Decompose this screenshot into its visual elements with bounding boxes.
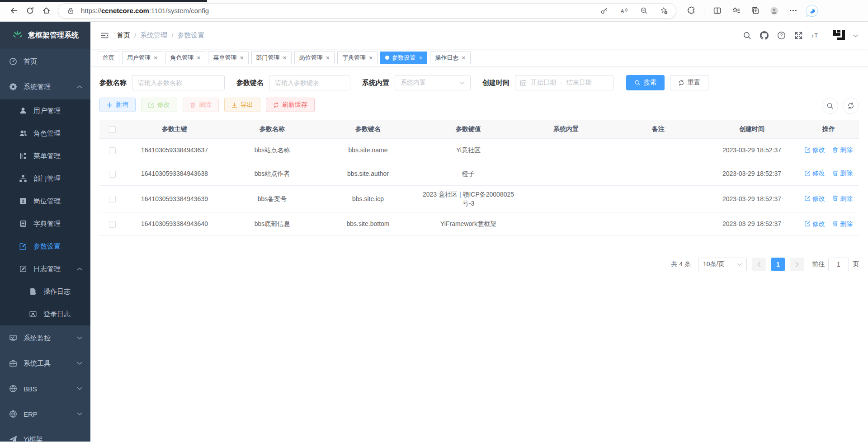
zoom-out-icon[interactable] bbox=[638, 5, 650, 17]
row-delete-link[interactable]: 删除 bbox=[832, 219, 853, 228]
sidebar-item-login-log[interactable]: 登录日志 bbox=[0, 303, 90, 325]
bing-chat-icon[interactable] bbox=[804, 3, 820, 19]
row-checkbox[interactable] bbox=[109, 221, 116, 228]
sidebar-item-operation-log[interactable]: 操作日志 bbox=[0, 280, 90, 303]
more-menu-icon[interactable] bbox=[785, 3, 801, 19]
tab-close-icon[interactable]: × bbox=[369, 55, 373, 61]
row-edit-link[interactable]: 修改 bbox=[805, 194, 825, 203]
cell-remark bbox=[611, 162, 705, 185]
sidebar-item-erp[interactable]: ERP bbox=[0, 401, 90, 427]
page-size-select[interactable]: 10条/页 bbox=[698, 258, 747, 271]
tab-dept-mgmt[interactable]: 部门管理× bbox=[251, 52, 292, 64]
fullscreen-icon[interactable] bbox=[792, 28, 805, 42]
row-delete-link[interactable]: 删除 bbox=[832, 194, 853, 203]
github-icon[interactable] bbox=[757, 28, 771, 42]
header-search-icon[interactable] bbox=[740, 28, 754, 42]
home-button[interactable] bbox=[38, 3, 54, 19]
refresh-cache-button[interactable]: 刷新缓存 bbox=[266, 98, 315, 112]
table-row: 1641030593384943640bbs底部信息bbs.site.botto… bbox=[99, 212, 859, 236]
read-aloud-icon[interactable]: A bbox=[618, 5, 630, 17]
row-edit-link[interactable]: 修改 bbox=[805, 219, 825, 228]
split-screen-icon[interactable] bbox=[709, 3, 725, 19]
font-size-icon[interactable]: tT bbox=[809, 28, 822, 42]
row-delete-link[interactable]: 删除 bbox=[832, 145, 853, 154]
sidebar-item-label: 首页 bbox=[24, 57, 82, 66]
edit-button[interactable]: 修改 bbox=[141, 98, 177, 112]
browser-profile-avatar[interactable] bbox=[766, 3, 782, 19]
page-1-button[interactable]: 1 bbox=[771, 258, 785, 271]
tab-role-mgmt[interactable]: 角色管理× bbox=[165, 52, 205, 64]
tab-menu-mgmt[interactable]: 菜单管理× bbox=[208, 52, 248, 64]
sidebar-item-post-mgmt[interactable]: 岗位管理 bbox=[0, 190, 90, 212]
tab-user-mgmt[interactable]: 用户管理× bbox=[122, 52, 162, 64]
next-page-button[interactable] bbox=[790, 258, 804, 271]
export-button[interactable]: 导出 bbox=[224, 98, 260, 112]
collections-icon[interactable] bbox=[747, 3, 763, 19]
cell-actions: 修改删除 bbox=[798, 138, 859, 162]
toggle-search-button[interactable] bbox=[822, 98, 838, 114]
url-text[interactable]: https://ccnetcore.com:1101/system/config bbox=[81, 7, 590, 14]
row-checkbox[interactable] bbox=[109, 171, 116, 178]
address-bar[interactable]: https://ccnetcore.com:1101/system/config… bbox=[58, 3, 676, 19]
row-checkbox[interactable] bbox=[109, 147, 116, 154]
sidebar-item-system-mgmt[interactable]: 系统管理 bbox=[0, 74, 90, 99]
tab-dict-mgmt[interactable]: 字典管理× bbox=[337, 52, 377, 64]
tab-close-icon[interactable]: × bbox=[240, 55, 243, 61]
user-menu-caret-icon[interactable] bbox=[853, 31, 858, 39]
tab-close-icon[interactable]: × bbox=[419, 55, 422, 61]
tab-home[interactable]: 首页 bbox=[98, 52, 119, 64]
tab-operation-log[interactable]: 操作日志× bbox=[430, 52, 470, 64]
row-edit-link[interactable]: 修改 bbox=[805, 145, 825, 154]
date-range-picker[interactable]: 开始日期 - 结束日期 bbox=[515, 75, 613, 90]
extensions-icon[interactable] bbox=[683, 3, 699, 19]
select-all-checkbox[interactable] bbox=[109, 126, 116, 133]
back-button[interactable] bbox=[5, 3, 22, 19]
sidebar-toggle-icon[interactable] bbox=[97, 28, 112, 43]
sidebar-item-label: 角色管理 bbox=[33, 129, 82, 138]
refresh-table-button[interactable] bbox=[843, 98, 859, 114]
password-key-icon[interactable] bbox=[598, 5, 610, 17]
tab-close-icon[interactable]: × bbox=[197, 55, 200, 61]
tab-close-icon[interactable]: × bbox=[326, 55, 330, 61]
sidebar-item-dept-mgmt[interactable]: 部门管理 bbox=[0, 167, 90, 190]
lock-icon[interactable] bbox=[65, 5, 76, 17]
reset-button[interactable]: 重置 bbox=[670, 75, 708, 90]
row-checkbox[interactable] bbox=[109, 196, 116, 202]
goto-page-input[interactable] bbox=[828, 258, 849, 271]
tab-close-icon[interactable]: × bbox=[154, 55, 157, 61]
builtin-select[interactable]: 系统内置 bbox=[395, 75, 471, 90]
breadcrumb-item[interactable]: 首页 bbox=[117, 31, 130, 40]
user-avatar[interactable] bbox=[830, 27, 848, 44]
sidebar-item-system-tools[interactable]: 系统工具 bbox=[0, 351, 90, 376]
row-edit-link[interactable]: 修改 bbox=[805, 169, 825, 178]
tab-post-mgmt[interactable]: 岗位管理× bbox=[294, 52, 335, 64]
refresh-button[interactable] bbox=[22, 3, 38, 19]
favorite-star-icon[interactable] bbox=[658, 5, 670, 17]
tab-param-settings[interactable]: 参数设置× bbox=[380, 52, 427, 64]
search-button[interactable]: 搜索 bbox=[626, 75, 665, 90]
sidebar-item-yi-framework[interactable]: Yi框架 bbox=[0, 427, 90, 442]
sidebar-item-system-monitor[interactable]: 系统监控 bbox=[0, 325, 90, 351]
tab-close-icon[interactable]: × bbox=[462, 55, 465, 61]
edit-icon bbox=[805, 221, 811, 226]
add-button[interactable]: 新增 bbox=[99, 98, 136, 112]
favorites-bar-icon[interactable] bbox=[728, 3, 744, 19]
sidebar-item-menu-mgmt[interactable]: 菜单管理 bbox=[0, 145, 90, 167]
tab-close-icon[interactable]: × bbox=[283, 55, 287, 61]
help-icon[interactable]: ? bbox=[774, 28, 788, 42]
prev-page-button[interactable] bbox=[752, 258, 766, 271]
row-delete-link[interactable]: 删除 bbox=[832, 169, 853, 178]
sidebar-item-log-mgmt[interactable]: 日志管理 bbox=[0, 258, 90, 280]
sidebar-item-param-settings[interactable]: 参数设置 bbox=[0, 235, 90, 258]
sidebar-item-bbs[interactable]: BBS bbox=[0, 376, 90, 401]
browser-tab-strip bbox=[0, 0, 207, 2]
sidebar-item-dict-mgmt[interactable]: 字典管理 bbox=[0, 212, 90, 235]
sidebar-item-user-mgmt[interactable]: 用户管理 bbox=[0, 99, 90, 122]
sidebar-item-role-mgmt[interactable]: 角色管理 bbox=[0, 122, 90, 145]
delete-button[interactable]: 删除 bbox=[183, 98, 219, 112]
param-name-input[interactable] bbox=[132, 75, 225, 90]
param-key-input[interactable] bbox=[269, 75, 350, 90]
sidebar-item-home[interactable]: 首页 bbox=[0, 49, 90, 74]
cell-builtin bbox=[521, 138, 611, 162]
cell-id-text: 1641030593384943639 bbox=[141, 195, 208, 202]
